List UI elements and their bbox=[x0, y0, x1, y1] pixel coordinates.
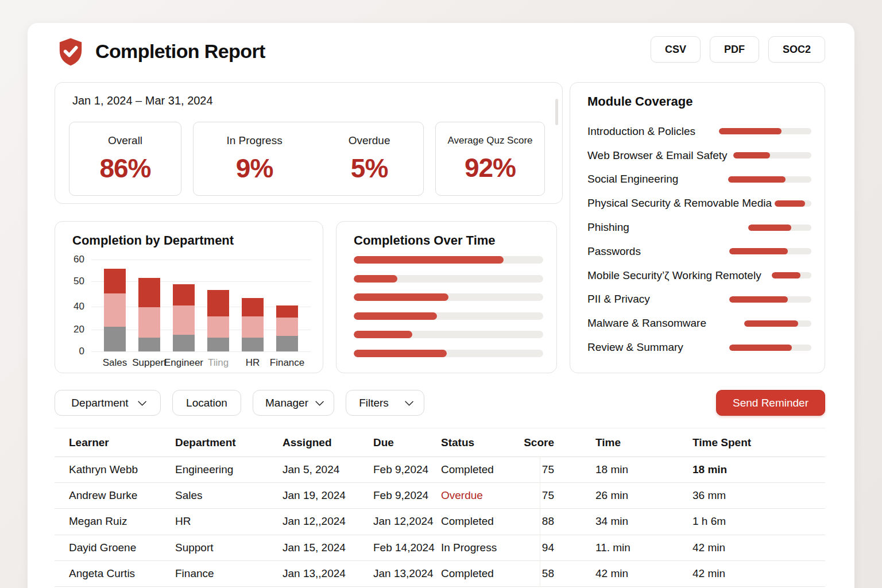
filter-label: Location bbox=[186, 397, 227, 409]
bar-segment-bottom-gray bbox=[173, 335, 195, 351]
cell-learner: Megan Ruiz bbox=[55, 515, 175, 528]
stat-value: 5% bbox=[349, 153, 390, 184]
summary-panel: Jan 1, 2024 – Mar 31, 2024 Overall 86% I… bbox=[55, 82, 563, 204]
module-row: Passwords bbox=[587, 239, 811, 264]
x-axis-label: Tiing bbox=[207, 357, 229, 369]
module-row: PII & Privacy bbox=[587, 288, 811, 312]
cell-learner: Angeta Curtis bbox=[55, 567, 175, 580]
cell-due: Feb 9,2024 bbox=[373, 463, 441, 476]
table-row: Angeta CurtisFinanceJan 13,,2024Jan 13,2… bbox=[55, 561, 825, 587]
module-progress-track bbox=[728, 176, 811, 183]
cell-due: Feb 14,2024 bbox=[373, 541, 441, 554]
filter-location-button[interactable]: Location bbox=[172, 390, 241, 416]
cell-time: 18 min bbox=[554, 463, 693, 476]
cell-due: Jan 13,2024 bbox=[373, 567, 441, 580]
x-axis-label: HR bbox=[242, 357, 264, 369]
overtime-bars bbox=[354, 256, 543, 368]
col-header-department: Department bbox=[175, 436, 283, 449]
module-label: Passwords bbox=[587, 245, 641, 258]
bar-segment-bottom-gray bbox=[276, 336, 298, 351]
module-progress-fill bbox=[728, 176, 786, 183]
cell-department: Finance bbox=[175, 567, 283, 580]
cell-assigned: Jan 19, 2024 bbox=[283, 489, 373, 502]
cell-time: 42 min bbox=[554, 567, 693, 580]
filter-label: Filters bbox=[359, 397, 389, 409]
cell-assigned: Jan 13,,2024 bbox=[283, 567, 373, 580]
module-label: Social Engineering bbox=[587, 173, 678, 185]
bar-segment-middle-pink bbox=[138, 307, 160, 338]
filter-manager-button[interactable]: Manager bbox=[253, 390, 334, 416]
cell-score: 88 bbox=[511, 515, 554, 528]
module-row: Phishing bbox=[587, 215, 811, 239]
bar-segment-middle-pink bbox=[104, 293, 126, 327]
cell-score: 75 bbox=[511, 489, 554, 502]
bar-segment-middle-pink bbox=[242, 316, 264, 338]
x-axis-label: Sales bbox=[104, 357, 126, 369]
pdf-button[interactable]: PDF bbox=[710, 36, 759, 63]
stat-label: Overdue bbox=[349, 134, 390, 147]
scrollbar-thumb[interactable] bbox=[555, 99, 558, 125]
stat-card-progress-overdue: In Progress 9% Overdue 5% bbox=[193, 122, 424, 196]
bar-segment-middle-pink bbox=[173, 305, 195, 335]
x-axis-label: Suppert bbox=[138, 357, 160, 369]
bar-segment-top-red bbox=[104, 269, 126, 293]
csv-button[interactable]: CSV bbox=[651, 36, 701, 63]
bar-segment-bottom-gray bbox=[242, 338, 264, 351]
table-row: Dayid GroeneSupportJan 15, 2024Feb 14,20… bbox=[55, 535, 825, 561]
gridline: 0 bbox=[91, 351, 311, 352]
soc2-button[interactable]: SOC2 bbox=[768, 36, 825, 63]
table-row: Kathryn WebbEngineeringJan 5, 2024Feb 9,… bbox=[55, 457, 825, 483]
stat-label: In Progress bbox=[226, 134, 282, 147]
bar-segment-top-red bbox=[276, 305, 298, 318]
page-title: Completion Report bbox=[95, 40, 265, 63]
overtime-track bbox=[354, 312, 543, 320]
module-progress-fill bbox=[775, 200, 805, 207]
cell-score: 58 bbox=[511, 567, 554, 580]
filter-label: Manager bbox=[265, 397, 308, 409]
cell-assigned: Jan 5, 2024 bbox=[283, 463, 373, 476]
chevron-down-icon bbox=[405, 397, 414, 407]
bar-segment-middle-pink bbox=[276, 318, 298, 336]
module-progress-track bbox=[772, 272, 811, 278]
module-progress-fill bbox=[748, 225, 791, 231]
bar-segment-middle-pink bbox=[207, 316, 229, 338]
stat-value: 86% bbox=[99, 153, 150, 184]
module-progress-track bbox=[744, 320, 811, 327]
date-range: Jan 1, 2024 – Mar 31, 2024 bbox=[72, 94, 213, 107]
cell-department: Sales bbox=[175, 489, 283, 502]
cell-time: 11. min bbox=[554, 541, 693, 554]
table-body: Kathryn WebbEngineeringJan 5, 2024Feb 9,… bbox=[55, 457, 825, 587]
module-coverage-title: Module Coverage bbox=[587, 94, 693, 109]
bar-segment-top-red bbox=[242, 298, 264, 316]
module-label: Phishing bbox=[587, 221, 629, 234]
cell-status: Completed bbox=[441, 567, 511, 580]
send-reminder-button[interactable]: Send Reminder bbox=[716, 390, 825, 416]
bar-finance bbox=[276, 260, 298, 351]
overtime-track bbox=[354, 275, 543, 283]
cell-time-spent: 1 h 6m bbox=[693, 515, 825, 528]
bar-sales bbox=[104, 260, 126, 351]
stat-card-overall: Overall 86% bbox=[69, 122, 181, 196]
cell-department: Engineering bbox=[175, 463, 283, 476]
bar-suppert bbox=[138, 260, 160, 351]
module-row: Malware & Ransomware bbox=[587, 311, 811, 335]
filter-filters-button[interactable]: Filters bbox=[346, 390, 424, 416]
cell-learner: Kathryn Webb bbox=[55, 463, 175, 476]
module-row: Physical Security & Removable Media bbox=[587, 191, 811, 215]
col-header-time-spent: Time Spent bbox=[693, 436, 825, 449]
bar-segment-bottom-gray bbox=[104, 327, 126, 351]
module-progress-fill bbox=[733, 152, 770, 158]
cell-due: Feb 9,2024 bbox=[373, 489, 441, 502]
chevron-down-icon bbox=[137, 397, 146, 407]
filter-department-button[interactable]: Department bbox=[55, 390, 161, 416]
dept-chart-card: Completion by Department 605040200 Sales… bbox=[55, 221, 323, 373]
module-progress-track bbox=[729, 296, 811, 303]
column-divider bbox=[540, 457, 540, 587]
module-row: Introduction & Policles bbox=[587, 119, 811, 144]
module-coverage-list: Introduction & PoliclesWeb Browser & Ema… bbox=[587, 119, 811, 359]
dept-chart-bars bbox=[91, 260, 311, 351]
module-progress-fill bbox=[729, 296, 788, 303]
module-label: PII & Privacy bbox=[587, 293, 650, 305]
module-progress-fill bbox=[729, 345, 792, 351]
bar-segment-bottom-gray bbox=[207, 338, 229, 351]
